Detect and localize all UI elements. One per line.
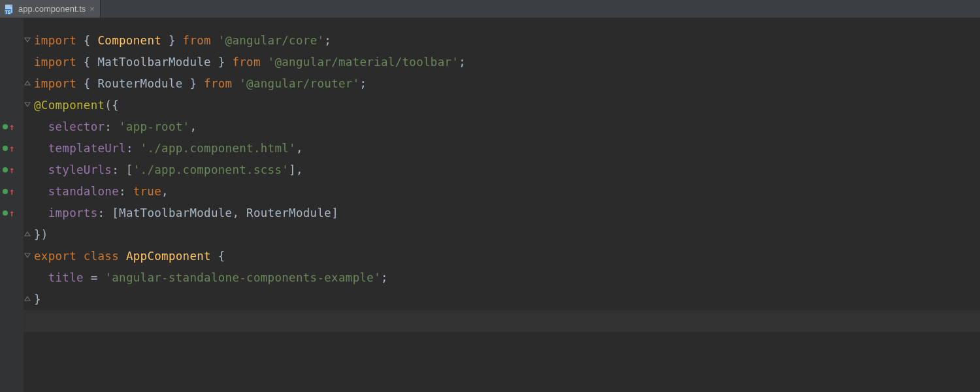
code-line[interactable]: import { RouterModule } from '@angular/r… (34, 77, 367, 90)
code-line[interactable]: import { Component } from '@angular/core… (34, 34, 331, 47)
code-line[interactable]: } (34, 293, 41, 306)
tab-filename: app.component.ts (18, 4, 86, 14)
code-area[interactable]: import { Component } from '@angular/core… (34, 30, 980, 310)
code-line[interactable]: import { MatToolbarModule } from '@angul… (34, 56, 466, 69)
vcs-change-marker[interactable]: ↑ (3, 165, 20, 175)
code-line[interactable]: imports: [MatToolbarModule, RouterModule… (34, 206, 338, 220)
gutter[interactable]: ↑↑↑↑↑ (0, 18, 24, 392)
svg-text:TS: TS (5, 9, 11, 14)
fold-close-icon[interactable] (24, 295, 31, 303)
tab-bar: TS app.component.ts × (0, 0, 980, 18)
ts-file-icon: TS (4, 4, 14, 14)
code-line[interactable]: selector: 'app-root', (34, 120, 197, 133)
fold-close-icon[interactable] (24, 231, 31, 238)
code-line[interactable]: templateUrl: './app.component.html', (34, 142, 303, 155)
file-tab[interactable]: TS app.component.ts × (0, 0, 101, 18)
vcs-change-marker[interactable]: ↑ (3, 186, 20, 197)
code-line[interactable]: standalone: true, (34, 185, 169, 198)
code-editor[interactable]: ↑↑↑↑↑ import { Component } from '@angula… (0, 18, 980, 392)
fold-open-icon[interactable] (24, 37, 31, 44)
fold-open-icon[interactable] (24, 252, 31, 260)
code-line[interactable]: @Component({ (34, 99, 119, 112)
code-line[interactable]: title = 'angular-standalone-components-e… (34, 271, 388, 284)
vcs-change-marker[interactable]: ↑ (3, 143, 20, 154)
code-line[interactable]: }) (34, 228, 48, 241)
fold-column[interactable] (24, 18, 33, 392)
code-line[interactable]: styleUrls: ['./app.component.scss'], (34, 163, 303, 176)
close-icon[interactable]: × (90, 4, 95, 14)
fold-close-icon[interactable] (24, 80, 31, 88)
vcs-change-marker[interactable]: ↑ (3, 122, 20, 132)
caret-line-highlight (24, 310, 980, 332)
fold-open-icon[interactable] (24, 101, 31, 109)
code-line[interactable]: export class AppComponent { (34, 250, 225, 263)
vcs-change-marker[interactable]: ↑ (3, 208, 20, 218)
